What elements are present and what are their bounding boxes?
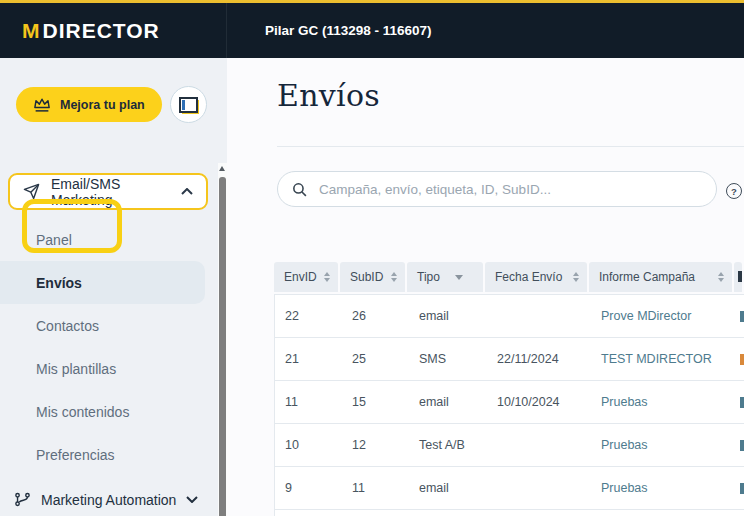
- menu-email-sms-marketing-label: Email/SMS Marketing: [51, 176, 170, 208]
- sort-icon: [391, 272, 397, 282]
- sidebar-item-label: Panel: [36, 232, 72, 248]
- table-row: 10 12 Test A/B Pruebas: [275, 424, 744, 467]
- cell-envid: 10: [275, 438, 342, 452]
- sidebar-item-mis-plantillas[interactable]: Mis plantillas: [0, 347, 227, 390]
- clipped-column-sliver: [740, 483, 744, 494]
- search-input[interactable]: [317, 181, 703, 198]
- cell-tipo: email: [409, 481, 487, 495]
- sidebar-item-envios[interactable]: Envíos: [0, 261, 205, 304]
- clipped-column-sliver: [740, 311, 744, 322]
- cell-tipo: Test A/B: [409, 438, 487, 452]
- column-label: Informe Campaña: [599, 270, 695, 284]
- sidebar-item-label: Contactos: [36, 318, 99, 334]
- column-header-tipo[interactable]: Tipo: [407, 262, 483, 292]
- column-label: EnvID: [284, 270, 317, 284]
- sidebar-nav: Panel Envíos Contactos Mis plantillas Mi…: [0, 218, 227, 476]
- cell-envid: 21: [275, 352, 342, 366]
- table-row: 9 11 email Pruebas: [275, 467, 744, 510]
- page-title: Envíos: [277, 78, 380, 113]
- filter-caret-icon: [455, 275, 463, 280]
- sidebar-item-label: Envíos: [36, 275, 82, 291]
- campaign-report-link[interactable]: Pruebas: [591, 481, 737, 495]
- sidebar-item-label: Mis contenidos: [36, 404, 129, 420]
- menu-marketing-automation-label: Marketing Automation: [41, 492, 176, 508]
- column-label: Fecha Envío: [495, 270, 562, 284]
- cell-envid: 22: [275, 309, 342, 323]
- table-header: EnvID SubID Tipo Fecha Envío Informe Cam…: [274, 262, 744, 292]
- campaign-report-link[interactable]: TEST MDIRECTOR: [591, 352, 737, 366]
- workflow-branch-icon: [14, 491, 31, 508]
- account-title: Pilar GC (113298 - 116607): [265, 23, 432, 38]
- cell-fecha: 10/10/2024: [487, 395, 591, 409]
- upgrade-plan-label: Mejora tu plan: [60, 98, 145, 112]
- menu-marketing-automation[interactable]: Marketing Automation: [14, 478, 198, 516]
- table-row: 11 15 email 10/10/2024 Pruebas: [275, 381, 744, 424]
- table-row-partial: [275, 510, 744, 516]
- logo-m-letter: M: [22, 19, 41, 43]
- logo-text: DIRECTOR: [43, 19, 160, 43]
- collapse-panel-icon: [179, 97, 198, 113]
- column-header-subid[interactable]: SubID: [340, 262, 405, 292]
- clipped-column-sliver: [740, 397, 744, 408]
- sort-icon: [718, 272, 724, 282]
- clipped-column-sliver: [740, 440, 744, 451]
- clipped-column-header: [734, 262, 742, 292]
- cell-subid: 11: [342, 481, 409, 495]
- chevron-up-icon: [181, 188, 193, 195]
- collapse-sidebar-button[interactable]: [170, 86, 207, 123]
- table-row: 21 25 SMS 22/11/2024 TEST MDIRECTOR: [275, 338, 744, 381]
- scrollbar-up-arrow[interactable]: [219, 166, 225, 171]
- scrollbar-thumb[interactable]: [219, 177, 226, 516]
- column-header-envid[interactable]: EnvID: [274, 262, 338, 292]
- sidebar-item-preferencias[interactable]: Preferencias: [0, 433, 227, 476]
- cell-tipo: SMS: [409, 352, 487, 366]
- sidebar-item-label: Mis plantillas: [36, 361, 116, 377]
- send-icon: [23, 183, 40, 200]
- crown-icon: [33, 97, 51, 112]
- app-window: MDIRECTOR Pilar GC (113298 - 116607) Mej…: [0, 0, 744, 516]
- main-content: Envíos ? EnvID SubID Tipo: [227, 58, 744, 516]
- cell-subid: 15: [342, 395, 409, 409]
- campaign-report-link[interactable]: Pruebas: [591, 395, 737, 409]
- sidebar-item-label: Preferencias: [36, 447, 115, 463]
- cell-fecha: 22/11/2024: [487, 352, 591, 366]
- menu-email-sms-marketing[interactable]: Email/SMS Marketing: [8, 173, 208, 210]
- sort-icon: [573, 272, 579, 282]
- topbar: MDIRECTOR Pilar GC (113298 - 116607): [0, 3, 744, 58]
- column-label: SubID: [350, 270, 383, 284]
- column-header-fecha-envio[interactable]: Fecha Envío: [485, 262, 587, 292]
- help-icon[interactable]: ?: [726, 183, 742, 199]
- table-row: 22 26 email Prove MDirector: [275, 295, 744, 338]
- cell-subid: 12: [342, 438, 409, 452]
- sidebar: Mejora tu plan Email/SMS Marketing Panel…: [0, 58, 227, 516]
- envios-table: EnvID SubID Tipo Fecha Envío Informe Cam…: [274, 262, 744, 516]
- campaign-report-link[interactable]: Prove MDirector: [591, 309, 737, 323]
- cell-envid: 11: [275, 395, 342, 409]
- cell-subid: 26: [342, 309, 409, 323]
- column-label: Tipo: [417, 270, 440, 284]
- cell-tipo: email: [409, 395, 487, 409]
- cell-tipo: email: [409, 309, 487, 323]
- cell-envid: 9: [275, 481, 342, 495]
- clipped-column-sliver: [740, 354, 744, 365]
- upgrade-plan-button[interactable]: Mejora tu plan: [16, 87, 162, 122]
- sidebar-item-mis-contenidos[interactable]: Mis contenidos: [0, 390, 227, 433]
- sort-icon: [324, 272, 330, 282]
- table-body: 22 26 email Prove MDirector 21 25 SMS 22…: [274, 294, 744, 516]
- column-header-informe-campana[interactable]: Informe Campaña: [589, 262, 732, 292]
- sidebar-scrollbar: [218, 163, 227, 516]
- cell-subid: 25: [342, 352, 409, 366]
- campaign-report-link[interactable]: Pruebas: [591, 438, 737, 452]
- sidebar-item-panel[interactable]: Panel: [0, 218, 227, 261]
- title-divider: [277, 146, 744, 147]
- search-icon: [291, 181, 308, 198]
- mdirector-logo[interactable]: MDIRECTOR: [0, 3, 227, 58]
- chevron-down-icon: [186, 496, 198, 503]
- search-box: [277, 171, 717, 207]
- sidebar-item-contactos[interactable]: Contactos: [0, 304, 227, 347]
